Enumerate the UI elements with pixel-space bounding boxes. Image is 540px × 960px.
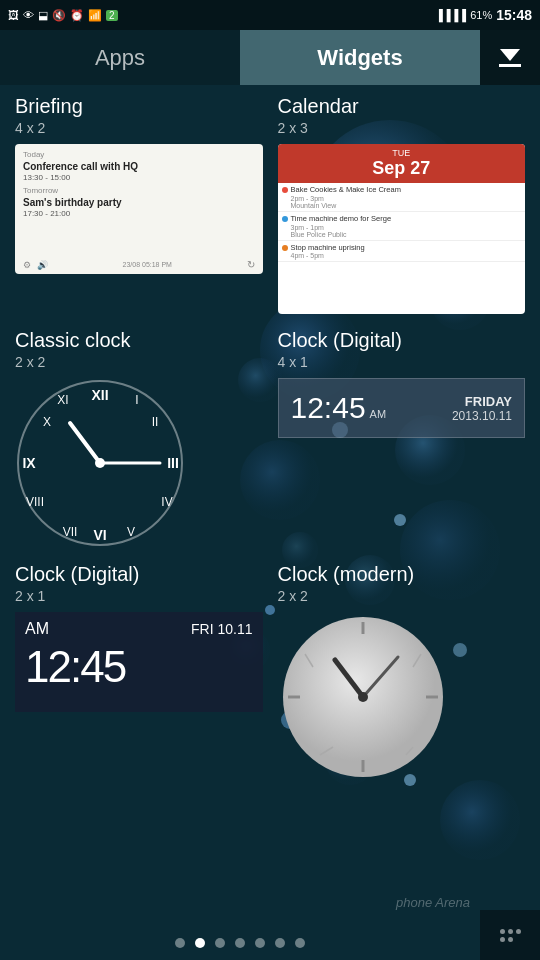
classic-clock-title: Classic clock	[15, 329, 263, 352]
briefing-footer: ⚙ 🔊 23/08 05:18 PM ↻	[23, 259, 255, 270]
bluetooth-icon: ⬓	[38, 9, 48, 22]
briefing-preview: Today Conference call with HQ 13:30 - 15…	[15, 144, 263, 274]
watermark: phone Arena	[396, 895, 470, 910]
page-dot-1[interactable]	[175, 938, 185, 948]
page-dot-7[interactable]	[295, 938, 305, 948]
handle-dots	[500, 929, 521, 942]
calendar-title: Calendar	[278, 95, 526, 118]
status-right-icons: ▐▐▐▐ 61% 15:48	[435, 7, 532, 23]
modern-clock-size: 2 x 2	[278, 588, 526, 604]
classic-clock-size: 2 x 2	[15, 354, 263, 370]
digital-wide-title: Clock (Digital)	[278, 329, 526, 352]
calendar-preview: TUE Sep 27 Bake Cookies & Make Ice Cream…	[278, 144, 526, 314]
briefing-title: Briefing	[15, 95, 263, 118]
digital-wide-datenum: 2013.10.11	[452, 409, 512, 423]
briefing-refresh-icon: ↻	[247, 259, 255, 270]
calendar-size: 2 x 3	[278, 120, 526, 136]
calendar-date: Sep 27	[282, 158, 522, 179]
svg-point-47	[358, 692, 368, 702]
widget-clock-modern[interactable]: Clock (modern) 2 x 2	[278, 563, 526, 782]
svg-text:VIII: VIII	[26, 495, 44, 509]
svg-text:X: X	[43, 415, 51, 429]
widget-briefing[interactable]: Briefing 4 x 2 Today Conference call wit…	[15, 95, 263, 314]
handle-dot-4	[500, 937, 505, 942]
page-dot-3[interactable]	[215, 938, 225, 948]
page-dot-6[interactable]	[275, 938, 285, 948]
digital-small-top: AM FRI 10.11	[25, 620, 253, 638]
svg-text:IX: IX	[22, 455, 36, 471]
classic-clock-svg: XII III VI IX II IV V VII VIII X I XI	[15, 378, 185, 548]
status-bar: 🖼 👁 ⬓ 🔇 ⏰ 📶 2 ▐▐▐▐ 61% 15:48	[0, 0, 540, 30]
bottom-handle[interactable]	[480, 910, 540, 960]
calendar-event-2: Time machine demo for Serge 3pm - 1pm Bl…	[278, 212, 526, 241]
status-time: 15:48	[496, 7, 532, 23]
notification-badge: 2	[106, 10, 118, 21]
svg-text:II: II	[152, 415, 159, 429]
svg-text:III: III	[167, 455, 179, 471]
wifi-icon: 📶	[88, 9, 102, 22]
modern-clock-preview	[278, 612, 448, 782]
digital-wide-size: 4 x 1	[278, 354, 526, 370]
photo-icon: 🖼	[8, 9, 19, 21]
status-left-icons: 🖼 👁 ⬓ 🔇 ⏰ 📶 2	[8, 9, 118, 22]
digital-wide-preview: 12:45 AM FRIDAY 2013.10.11	[278, 378, 526, 438]
handle-dot-3	[516, 929, 521, 934]
digital-wide-time: 12:45	[291, 391, 366, 425]
eye-icon: 👁	[23, 9, 34, 21]
digital-small-title: Clock (Digital)	[15, 563, 263, 586]
calendar-event-3-text: Stop machine uprising 4pm - 5pm	[291, 243, 365, 260]
widget-grid: Briefing 4 x 2 Today Conference call wit…	[0, 85, 540, 792]
digital-small-preview: AM FRI 10.11 12:45	[15, 612, 263, 712]
widget-clock-digital-wide[interactable]: Clock (Digital) 4 x 1 12:45 AM FRIDAY 20…	[278, 329, 526, 548]
download-line-icon	[499, 64, 521, 67]
calendar-dot-3	[282, 245, 288, 251]
svg-text:VII: VII	[63, 525, 78, 539]
handle-dot-2	[508, 929, 513, 934]
svg-text:XII: XII	[91, 387, 108, 403]
briefing-event1-time: 13:30 - 15:00	[23, 173, 255, 182]
widget-calendar[interactable]: Calendar 2 x 3 TUE Sep 27 Bake Cookies &…	[278, 95, 526, 314]
handle-dot-5	[508, 937, 513, 942]
briefing-event1-title: Conference call with HQ	[23, 161, 255, 172]
widget-clock-digital-small[interactable]: Clock (Digital) 2 x 1 AM FRI 10.11 12:45	[15, 563, 263, 782]
digital-wide-ampm: AM	[370, 408, 387, 420]
calendar-header: TUE Sep 27	[278, 144, 526, 183]
svg-point-35	[95, 458, 105, 468]
calendar-event-2-text: Time machine demo for Serge 3pm - 1pm Bl…	[291, 214, 392, 238]
briefing-size: 4 x 2	[15, 120, 263, 136]
svg-text:XI: XI	[57, 393, 68, 407]
tab-apps[interactable]: Apps	[0, 30, 240, 85]
handle-dot-1	[500, 929, 505, 934]
tab-widgets[interactable]: Widgets	[240, 30, 480, 85]
briefing-settings-icon: ⚙	[23, 260, 31, 270]
mute-icon: 🔇	[52, 9, 66, 22]
briefing-today-label: Today	[23, 150, 255, 159]
digital-small-ampm: AM	[25, 620, 49, 638]
briefing-icons: ⚙ 🔊	[23, 260, 48, 270]
digital-wide-day: FRIDAY	[452, 394, 512, 409]
calendar-dot-2	[282, 216, 288, 222]
calendar-event-1-text: Bake Cookies & Make Ice Cream 2pm - 3pm …	[291, 185, 401, 209]
calendar-event-3: Stop machine uprising 4pm - 5pm	[278, 241, 526, 263]
digital-small-daydate: FRI 10.11	[191, 621, 253, 637]
page-indicators	[0, 938, 480, 948]
battery-icon: 61%	[470, 9, 492, 21]
briefing-event2-title: Sam's birthday party	[23, 197, 255, 208]
briefing-tomorrow-label: Tomorrow	[23, 186, 255, 195]
digital-small-size: 2 x 1	[15, 588, 263, 604]
download-button[interactable]	[480, 30, 540, 85]
briefing-event2-time: 17:30 - 21:00	[23, 209, 255, 218]
svg-text:IV: IV	[161, 495, 172, 509]
digital-small-time: 12:45	[25, 642, 253, 692]
page-dot-2-active[interactable]	[195, 938, 205, 948]
svg-text:I: I	[135, 393, 138, 407]
calendar-dot-1	[282, 187, 288, 193]
download-arrow-icon	[500, 49, 520, 61]
widget-classic-clock[interactable]: Classic clock 2 x 2 XII III VI IX II IV …	[15, 329, 263, 548]
tab-bar: Apps Widgets	[0, 30, 540, 85]
svg-text:V: V	[127, 525, 135, 539]
page-dot-4[interactable]	[235, 938, 245, 948]
svg-point-9	[440, 780, 520, 860]
page-dot-5[interactable]	[255, 938, 265, 948]
classic-clock-preview: XII III VI IX II IV V VII VIII X I XI	[15, 378, 185, 548]
